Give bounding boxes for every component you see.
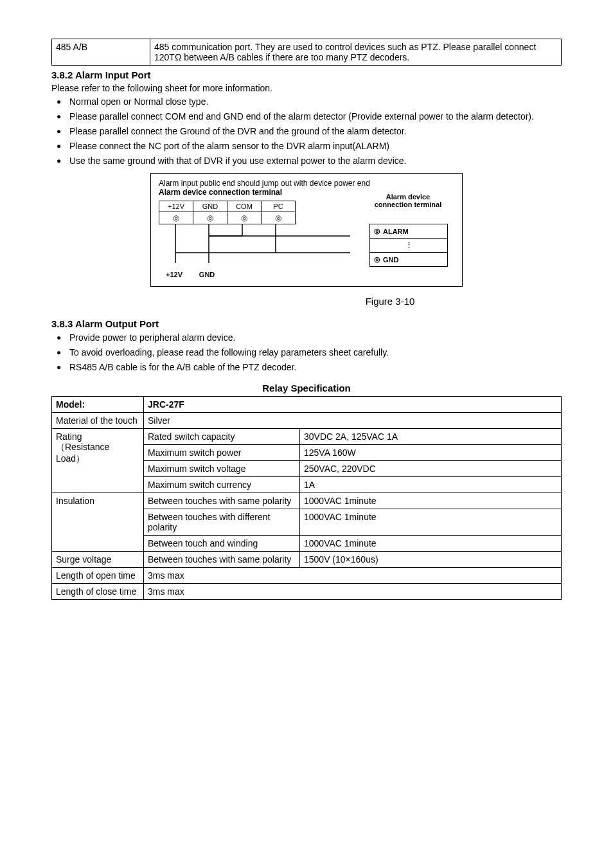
cell: Insulation <box>52 493 144 552</box>
section-382-intro: Please refer to the following sheet for … <box>51 83 562 93</box>
bullet: Use the same ground with that of DVR if … <box>51 155 562 167</box>
top-cell-label: 485 A/B <box>52 39 150 66</box>
cell: Between touches with same polarity <box>144 552 300 568</box>
device-terminal-label: Alarm device connection terminal <box>363 193 453 208</box>
section-382-bullets: Normal open or Normal close type. Please… <box>51 96 562 167</box>
cell: 250VAC, 220VDC <box>300 461 562 477</box>
bottom-gnd: GND <box>191 271 222 278</box>
top-cell-desc: 485 communication port. They are used to… <box>150 39 562 66</box>
cell: Rating （Resistance Load） <box>52 429 144 493</box>
screw-icon: ◎ <box>227 212 262 224</box>
cell: Between touches with same polarity <box>144 493 300 509</box>
screw-icon: ◎ <box>193 212 227 224</box>
cell: 125VA 160W <box>300 445 562 461</box>
section-383-heading: 3.8.3 Alarm Output Port <box>51 318 562 329</box>
alarm-diagram: Alarm input public end should jump out w… <box>150 173 463 287</box>
figure-caption: Figure 3-10 <box>51 296 562 307</box>
bullet: To avoid overloading, please read the fo… <box>51 347 562 359</box>
bullet: Please parallel connect COM end and GND … <box>51 111 562 123</box>
dots-icon: ⋮ <box>370 238 447 253</box>
cell: Silver <box>144 413 562 429</box>
top-table: 485 A/B 485 communication port. They are… <box>51 39 562 66</box>
gnd-label: GND <box>383 256 398 264</box>
cell: 3ms max <box>144 584 562 600</box>
bullet: RS485 A/B cable is for the A/B cable of … <box>51 361 562 374</box>
cell: Maximum switch currency <box>144 477 300 493</box>
cell: 1000VAC 1minute <box>300 493 562 509</box>
term-gnd: GND <box>193 201 227 212</box>
cell: Between touch and winding <box>144 536 300 552</box>
term-com: COM <box>227 201 262 212</box>
cell: Material of the touch <box>52 413 144 429</box>
cell: Maximum switch power <box>144 445 300 461</box>
cell: Between touches with different polarity <box>144 509 300 536</box>
cell: 30VDC 2A, 125VAC 1A <box>300 429 562 445</box>
relay-table: Model: JRC-27F Material of the touch Sil… <box>51 396 562 600</box>
bullet: Please connect the NC port of the alarm … <box>51 140 562 152</box>
alarm-label: ALARM <box>383 228 409 235</box>
bottom-12v: +12V <box>159 271 190 278</box>
section-383-bullets: Provide power to peripheral alarm device… <box>51 332 562 374</box>
cell: 1000VAC 1minute <box>300 536 562 552</box>
bullet: Please parallel connect the Ground of th… <box>51 125 562 138</box>
screw-icon: ◎ <box>159 212 193 224</box>
cell: Model: <box>52 397 144 413</box>
screw-icon: ◎ <box>262 212 296 224</box>
bullet: Provide power to peripheral alarm device… <box>51 332 562 344</box>
cell: Maximum switch voltage <box>144 461 300 477</box>
screw-icon: ◎ <box>374 227 380 235</box>
bullet: Normal open or Normal close type. <box>51 96 562 108</box>
cell: Rated switch capacity <box>144 429 300 445</box>
term-pc: PC <box>262 201 296 212</box>
term-12v: +12V <box>159 201 193 212</box>
cell: 1000VAC 1minute <box>300 509 562 536</box>
cell: Length of close time <box>52 584 144 600</box>
relay-heading: Relay Specification <box>51 383 562 393</box>
cell: 1A <box>300 477 562 493</box>
cell: 3ms max <box>144 568 562 584</box>
cell: Length of open time <box>52 568 144 584</box>
cell: Surge voltage <box>52 552 144 568</box>
cell: 1500V (10×160us) <box>300 552 562 568</box>
wiring-lines <box>159 224 351 269</box>
section-382-heading: 3.8.2 Alarm Input Port <box>51 69 562 80</box>
screw-icon: ◎ <box>374 255 380 264</box>
cell: JRC-27F <box>144 397 562 413</box>
diagram-caption-1: Alarm input public end should jump out w… <box>159 179 454 188</box>
device-box: ◎ ALARM ⋮ ◎ GND <box>369 224 448 267</box>
